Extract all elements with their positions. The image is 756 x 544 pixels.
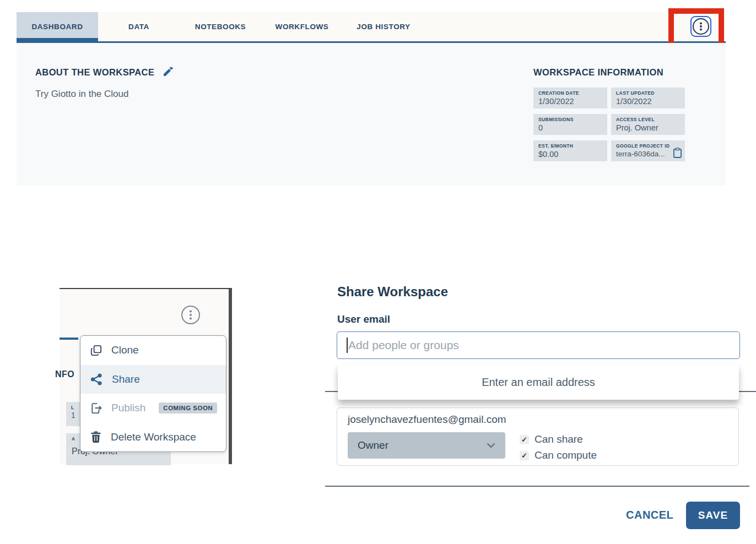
tile-google-project-id: GOOGLE PROJECT ID terra-6036da... xyxy=(611,140,685,161)
trash-icon xyxy=(90,431,102,443)
coming-soon-badge: COMING SOON xyxy=(159,402,217,414)
tile-value: 1/30/2022 xyxy=(538,97,607,106)
tab-job-history[interactable]: JOB HISTORY xyxy=(343,12,424,41)
tile-last-updated: LAST UPDATED 1/30/2022 xyxy=(611,88,685,108)
tile-label: CREATION DATE xyxy=(538,90,607,96)
clipboard-icon[interactable] xyxy=(673,148,682,158)
permission-label: Can share xyxy=(534,433,583,445)
tab-dashboard[interactable]: DASHBOARD xyxy=(17,12,98,41)
can-compute-checkbox[interactable] xyxy=(520,451,529,460)
cancel-button[interactable]: CANCEL xyxy=(626,509,673,521)
user-email-input[interactable] xyxy=(337,331,740,359)
role-select-value: Owner xyxy=(358,439,388,451)
menu-item-label: Publish xyxy=(111,402,145,414)
tile-creation-date: CREATION DATE 1/30/2022 xyxy=(533,88,607,108)
share-icon xyxy=(90,373,103,386)
mini-heading-fragment: NFO xyxy=(55,369,74,379)
screenshot-edge-bar xyxy=(229,289,232,464)
tab-data[interactable]: DATA xyxy=(98,12,180,41)
role-select[interactable]: Owner xyxy=(348,432,505,459)
menu-item-clone[interactable]: Clone xyxy=(80,336,226,365)
tile-value: Proj. Owner xyxy=(616,123,685,132)
tile-label: ACCESS LEVEL xyxy=(616,117,685,122)
email-suggestion-item[interactable]: Enter an email address xyxy=(338,365,739,400)
active-tab-underline xyxy=(17,38,98,43)
dashboard-panel: ABOUT THE WORKSPACE Try Giotto in the Cl… xyxy=(17,43,726,186)
menu-item-label: Delete Workspace xyxy=(111,431,196,443)
workspace-info-grid: CREATION DATE 1/30/2022 LAST UPDATED 1/3… xyxy=(533,88,685,161)
collaborator-email: joselynchavezfuentes@gmail.com xyxy=(348,414,506,426)
workspace-description: Try Giotto in the Cloud xyxy=(35,89,128,100)
tab-notebooks[interactable]: NOTEBOOKS xyxy=(180,12,261,41)
permission-can-compute: Can compute xyxy=(520,449,597,461)
menu-item-share[interactable]: Share xyxy=(80,365,226,394)
user-email-input-wrap xyxy=(337,331,740,359)
menu-item-label: Clone xyxy=(111,344,139,356)
permission-can-share: Can share xyxy=(520,433,583,445)
tile-est-month: EST. $/MONTH $0.00 xyxy=(533,140,607,161)
publish-icon xyxy=(90,402,102,415)
menu-item-label: Share xyxy=(112,373,140,385)
screenshot-canvas: DASHBOARD DATA NOTEBOOKS WORKFLOWS JOB H… xyxy=(0,0,756,544)
text-cursor xyxy=(347,338,348,353)
tile-label: SUBMISSIONS xyxy=(538,117,607,122)
tile-value: 1/30/2022 xyxy=(616,97,685,106)
tab-workflows[interactable]: WORKFLOWS xyxy=(261,12,343,41)
user-email-label: User email xyxy=(337,313,390,325)
menu-item-delete-workspace[interactable]: Delete Workspace xyxy=(80,423,226,452)
workspace-tab-bar: DASHBOARD DATA NOTEBOOKS WORKFLOWS JOB H… xyxy=(17,12,726,41)
clone-icon xyxy=(90,344,102,357)
collaborator-card: joselynchavezfuentes@gmail.com Owner Can… xyxy=(337,407,739,466)
tile-value: 0 xyxy=(538,123,607,132)
tile-label: LAST UPDATED xyxy=(616,90,685,96)
tile-access-level: ACCESS LEVEL Proj. Owner xyxy=(611,114,685,135)
mini-tab-underline xyxy=(60,338,78,340)
about-workspace-title: ABOUT THE WORKSPACE xyxy=(35,67,154,78)
share-workspace-title: Share Workspace xyxy=(337,284,448,300)
save-button[interactable]: SAVE xyxy=(686,502,740,529)
tile-label: EST. $/MONTH xyxy=(538,143,607,149)
modal-footer-divider xyxy=(325,486,749,487)
tile-submissions: SUBMISSIONS 0 xyxy=(533,114,607,135)
workspace-information-title: WORKSPACE INFORMATION xyxy=(533,67,663,78)
edit-pencil-icon[interactable] xyxy=(162,66,174,78)
kebab-menu-icon-gray[interactable] xyxy=(181,305,201,325)
chevron-down-icon xyxy=(487,443,495,448)
tile-value: $0.00 xyxy=(538,150,607,159)
can-share-checkbox[interactable] xyxy=(520,435,529,444)
menu-screenshot: NFO L 1 A Proj. Owner Clone xyxy=(60,288,232,464)
permission-label: Can compute xyxy=(534,449,597,461)
tile-value: 1 xyxy=(71,411,75,420)
workspace-context-menu: Clone Share Publish COMI xyxy=(80,335,226,452)
menu-item-publish[interactable]: Publish COMING SOON xyxy=(80,394,226,423)
